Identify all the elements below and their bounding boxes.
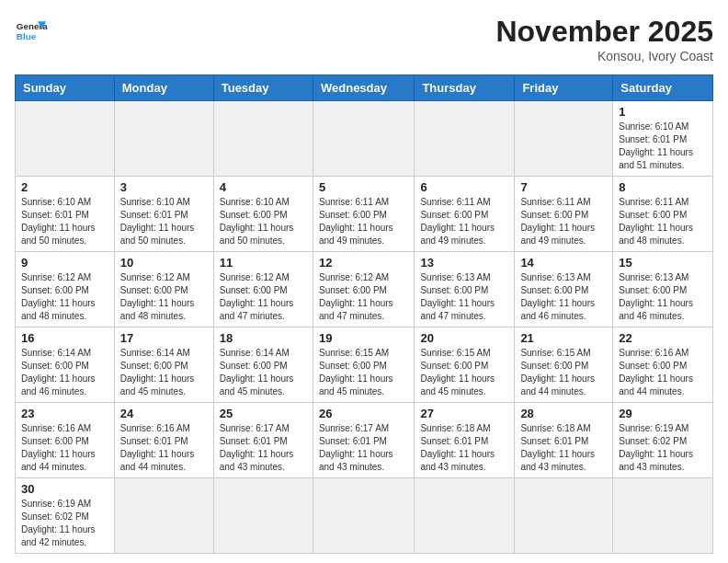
calendar-day-cell: 3Sunrise: 6:10 AM Sunset: 6:01 PM Daylig… — [114, 177, 213, 252]
day-number: 3 — [120, 180, 208, 194]
day-info: Sunrise: 6:17 AM Sunset: 6:01 PM Dayligh… — [220, 422, 307, 474]
day-info: Sunrise: 6:15 AM Sunset: 6:00 PM Dayligh… — [319, 347, 408, 398]
day-of-week-header: Friday — [515, 75, 613, 101]
day-info: Sunrise: 6:14 AM Sunset: 6:00 PM Dayligh… — [220, 347, 307, 398]
day-number: 27 — [420, 407, 508, 420]
day-info: Sunrise: 6:17 AM Sunset: 6:01 PM Dayligh… — [319, 422, 408, 474]
day-number: 14 — [520, 256, 607, 270]
calendar-day-cell: 14Sunrise: 6:13 AM Sunset: 6:00 PM Dayli… — [515, 252, 613, 327]
calendar-day-cell: 23Sunrise: 6:16 AM Sunset: 6:00 PM Dayli… — [16, 403, 115, 478]
day-info: Sunrise: 6:11 AM Sunset: 6:00 PM Dayligh… — [520, 196, 607, 247]
day-number: 22 — [619, 331, 707, 345]
day-of-week-header: Thursday — [415, 75, 515, 101]
calendar-day-cell: 20Sunrise: 6:15 AM Sunset: 6:00 PM Dayli… — [415, 327, 515, 403]
day-info: Sunrise: 6:15 AM Sunset: 6:00 PM Dayligh… — [420, 347, 508, 398]
location: Konsou, Ivory Coast — [495, 49, 713, 63]
calendar-day-cell: 16Sunrise: 6:14 AM Sunset: 6:00 PM Dayli… — [16, 327, 115, 403]
day-info: Sunrise: 6:15 AM Sunset: 6:00 PM Dayligh… — [520, 347, 607, 398]
calendar-day-cell: 11Sunrise: 6:12 AM Sunset: 6:00 PM Dayli… — [213, 252, 313, 327]
day-number: 21 — [520, 331, 607, 345]
title-block: November 2025 Konsou, Ivory Coast — [495, 15, 713, 63]
day-number: 7 — [520, 180, 607, 194]
day-info: Sunrise: 6:11 AM Sunset: 6:00 PM Dayligh… — [420, 196, 508, 247]
calendar-header-row: SundayMondayTuesdayWednesdayThursdayFrid… — [16, 75, 713, 101]
day-info: Sunrise: 6:13 AM Sunset: 6:00 PM Dayligh… — [420, 271, 508, 323]
day-info: Sunrise: 6:12 AM Sunset: 6:00 PM Dayligh… — [220, 271, 307, 323]
calendar-day-cell — [515, 101, 613, 177]
day-of-week-header: Monday — [114, 75, 213, 101]
day-info: Sunrise: 6:16 AM Sunset: 6:00 PM Dayligh… — [21, 422, 108, 474]
day-number: 25 — [220, 407, 307, 420]
calendar-day-cell: 7Sunrise: 6:11 AM Sunset: 6:00 PM Daylig… — [515, 177, 613, 252]
day-info: Sunrise: 6:10 AM Sunset: 6:01 PM Dayligh… — [120, 196, 208, 247]
day-info: Sunrise: 6:19 AM Sunset: 6:02 PM Dayligh… — [21, 498, 108, 549]
day-of-week-header: Sunday — [16, 75, 115, 101]
calendar-day-cell: 4Sunrise: 6:10 AM Sunset: 6:00 PM Daylig… — [213, 177, 313, 252]
day-of-week-header: Saturday — [613, 75, 713, 101]
calendar-day-cell — [213, 101, 313, 177]
day-info: Sunrise: 6:16 AM Sunset: 6:01 PM Dayligh… — [120, 422, 208, 474]
calendar-day-cell — [415, 101, 515, 177]
day-number: 4 — [220, 180, 307, 194]
calendar-day-cell — [313, 101, 414, 177]
calendar-week-row: 23Sunrise: 6:16 AM Sunset: 6:00 PM Dayli… — [16, 403, 713, 478]
calendar-day-cell: 13Sunrise: 6:13 AM Sunset: 6:00 PM Dayli… — [415, 252, 515, 327]
day-info: Sunrise: 6:18 AM Sunset: 6:01 PM Dayligh… — [520, 422, 607, 474]
calendar-day-cell: 21Sunrise: 6:15 AM Sunset: 6:00 PM Dayli… — [515, 327, 613, 403]
calendar-day-cell: 24Sunrise: 6:16 AM Sunset: 6:01 PM Dayli… — [114, 403, 213, 478]
day-info: Sunrise: 6:13 AM Sunset: 6:00 PM Dayligh… — [520, 271, 607, 323]
day-info: Sunrise: 6:19 AM Sunset: 6:02 PM Dayligh… — [619, 422, 707, 474]
calendar-day-cell: 30Sunrise: 6:19 AM Sunset: 6:02 PM Dayli… — [16, 478, 115, 554]
calendar-week-row: 1Sunrise: 6:10 AM Sunset: 6:01 PM Daylig… — [16, 101, 713, 177]
calendar-day-cell: 1Sunrise: 6:10 AM Sunset: 6:01 PM Daylig… — [613, 101, 713, 177]
day-number: 26 — [319, 407, 408, 420]
day-info: Sunrise: 6:12 AM Sunset: 6:00 PM Dayligh… — [21, 271, 108, 323]
calendar-day-cell: 12Sunrise: 6:12 AM Sunset: 6:00 PM Dayli… — [313, 252, 414, 327]
day-of-week-header: Wednesday — [313, 75, 414, 101]
calendar-day-cell: 18Sunrise: 6:14 AM Sunset: 6:00 PM Dayli… — [213, 327, 313, 403]
calendar-day-cell — [613, 478, 713, 554]
calendar-day-cell: 22Sunrise: 6:16 AM Sunset: 6:00 PM Dayli… — [613, 327, 713, 403]
day-number: 23 — [21, 407, 108, 420]
day-number: 28 — [520, 407, 607, 420]
day-info: Sunrise: 6:18 AM Sunset: 6:01 PM Dayligh… — [420, 422, 508, 474]
calendar-day-cell: 29Sunrise: 6:19 AM Sunset: 6:02 PM Dayli… — [613, 403, 713, 478]
day-number: 5 — [319, 180, 408, 194]
day-number: 29 — [619, 407, 707, 420]
calendar-day-cell: 15Sunrise: 6:13 AM Sunset: 6:00 PM Dayli… — [613, 252, 713, 327]
calendar-day-cell: 19Sunrise: 6:15 AM Sunset: 6:00 PM Dayli… — [313, 327, 414, 403]
calendar-day-cell: 28Sunrise: 6:18 AM Sunset: 6:01 PM Dayli… — [515, 403, 613, 478]
day-number: 18 — [220, 331, 307, 345]
page-header: General Blue November 2025 Konsou, Ivory… — [15, 15, 713, 63]
day-number: 30 — [21, 482, 108, 496]
day-number: 9 — [21, 256, 108, 270]
calendar-day-cell: 5Sunrise: 6:11 AM Sunset: 6:00 PM Daylig… — [313, 177, 414, 252]
calendar-day-cell — [114, 478, 213, 554]
day-number: 10 — [120, 256, 208, 270]
day-number: 24 — [120, 407, 208, 420]
day-number: 1 — [619, 105, 707, 119]
calendar-day-cell — [515, 478, 613, 554]
day-number: 13 — [420, 256, 508, 270]
calendar-week-row: 2Sunrise: 6:10 AM Sunset: 6:01 PM Daylig… — [16, 177, 713, 252]
day-number: 17 — [120, 331, 208, 345]
calendar-day-cell — [213, 478, 313, 554]
calendar-day-cell — [313, 478, 414, 554]
calendar-day-cell: 6Sunrise: 6:11 AM Sunset: 6:00 PM Daylig… — [415, 177, 515, 252]
day-number: 6 — [420, 180, 508, 194]
calendar-day-cell: 8Sunrise: 6:11 AM Sunset: 6:00 PM Daylig… — [613, 177, 713, 252]
calendar-day-cell — [415, 478, 515, 554]
day-of-week-header: Tuesday — [213, 75, 313, 101]
logo-icon: General Blue — [15, 15, 48, 48]
day-info: Sunrise: 6:11 AM Sunset: 6:00 PM Dayligh… — [319, 196, 408, 247]
calendar-week-row: 9Sunrise: 6:12 AM Sunset: 6:00 PM Daylig… — [16, 252, 713, 327]
day-info: Sunrise: 6:11 AM Sunset: 6:00 PM Dayligh… — [619, 196, 707, 247]
day-info: Sunrise: 6:14 AM Sunset: 6:00 PM Dayligh… — [120, 347, 208, 398]
logo: General Blue — [15, 15, 48, 48]
day-number: 20 — [420, 331, 508, 345]
day-info: Sunrise: 6:10 AM Sunset: 6:01 PM Dayligh… — [619, 121, 707, 172]
svg-text:Blue: Blue — [17, 31, 37, 41]
calendar-day-cell: 10Sunrise: 6:12 AM Sunset: 6:00 PM Dayli… — [114, 252, 213, 327]
day-info: Sunrise: 6:10 AM Sunset: 6:01 PM Dayligh… — [21, 196, 108, 247]
month-title: November 2025 — [495, 15, 713, 49]
